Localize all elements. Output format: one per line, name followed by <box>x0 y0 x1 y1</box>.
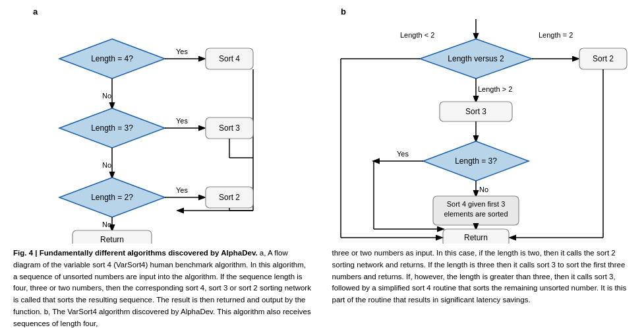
svg-text:No: No <box>102 92 111 100</box>
svg-text:No: No <box>102 220 111 228</box>
svg-text:Yes: Yes <box>176 186 188 194</box>
flowchart-b: Length versus 2 Length < 2 Length = 2 Le… <box>321 19 631 244</box>
panel-b-label: b <box>341 7 631 17</box>
svg-text:Return: Return <box>100 235 124 244</box>
flowchart-a: Length = 4? No Yes Sort 4 Length = 3? No… <box>13 19 290 244</box>
svg-text:Length > 2: Length > 2 <box>478 85 512 93</box>
svg-text:Length = 2?: Length = 2? <box>91 193 133 202</box>
svg-text:Sort 2: Sort 2 <box>219 193 240 202</box>
svg-text:No: No <box>479 185 488 193</box>
panel-a-label: a <box>33 7 308 17</box>
svg-text:Length = 2: Length = 2 <box>539 31 573 39</box>
svg-text:Sort 3: Sort 3 <box>465 107 486 116</box>
svg-text:Length = 3?: Length = 3? <box>91 123 133 133</box>
svg-text:elements are sorted: elements are sorted <box>444 210 508 218</box>
svg-text:Yes: Yes <box>176 48 188 55</box>
svg-text:Length = 4?: Length = 4? <box>91 54 133 63</box>
svg-text:Sort 4 given first 3: Sort 4 given first 3 <box>447 200 506 208</box>
caption-right: three or two numbers as input. In this c… <box>332 248 631 330</box>
svg-text:No: No <box>102 161 111 169</box>
svg-text:Sort 3: Sort 3 <box>219 123 240 133</box>
svg-text:Return: Return <box>464 233 488 242</box>
svg-text:Length versus 2: Length versus 2 <box>448 54 504 63</box>
svg-text:Sort 2: Sort 2 <box>593 54 614 63</box>
svg-text:Yes: Yes <box>176 117 188 125</box>
caption-left-text: a, A flow diagram of the variable sort 4… <box>13 249 311 327</box>
svg-text:Yes: Yes <box>397 150 409 158</box>
svg-text:Length = 3?: Length = 3? <box>455 156 497 166</box>
svg-text:Length < 2: Length < 2 <box>400 31 434 39</box>
caption-right-text: three or two numbers as input. In this c… <box>332 249 627 304</box>
caption-title: Fig. 4 | Fundamentally different algorit… <box>13 249 258 257</box>
svg-text:Sort 4: Sort 4 <box>219 54 240 63</box>
caption-left: Fig. 4 | Fundamentally different algorit… <box>13 248 312 330</box>
